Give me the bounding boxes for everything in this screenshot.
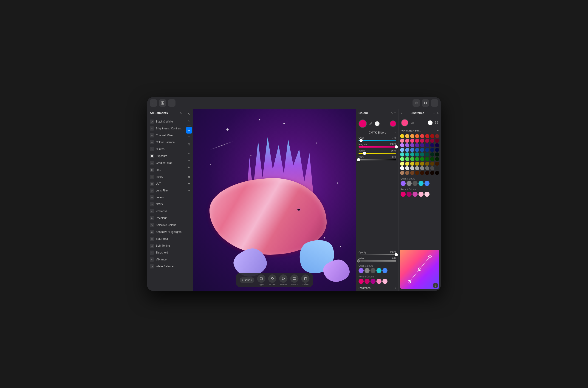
mode-prev-btn[interactable]: ‹ [359, 131, 360, 134]
swatch-cell[interactable] [425, 162, 429, 166]
adj-item-levels[interactable]: ▬ Levels [147, 194, 185, 201]
crop-tool[interactable]: ◎ [186, 141, 192, 147]
swatch-cell[interactable] [420, 162, 424, 166]
swatch-cell[interactable] [410, 148, 414, 152]
swatch-cell[interactable] [400, 157, 404, 161]
swatch-cell[interactable] [430, 171, 434, 175]
swatches-quick-colour-4[interactable] [425, 181, 430, 186]
swatch-cell[interactable] [420, 148, 424, 152]
adj-item-channel-mixer[interactable]: ⊞ Channel Mixer [147, 132, 185, 139]
swatch-cell[interactable] [410, 166, 414, 170]
swatch-cell[interactable] [405, 157, 409, 161]
save-button[interactable] [159, 99, 166, 107]
swatch-cell[interactable] [405, 162, 409, 166]
move-tool[interactable]: ▷ [186, 118, 192, 124]
transform-tool[interactable]: ⌖ [186, 150, 192, 157]
adj-item-black--white[interactable]: ◑ Black & White [147, 118, 185, 125]
view-toggle-3[interactable] [431, 99, 438, 107]
colour-header-edit[interactable]: ✎ [391, 112, 393, 115]
swatch-cell[interactable] [405, 134, 409, 138]
swatch-cell[interactable] [435, 148, 439, 152]
quick-colour-4[interactable] [383, 268, 387, 273]
cmyk-slider-2[interactable] [359, 153, 396, 154]
swatch-cell[interactable] [425, 166, 429, 170]
adj-item-lut[interactable]: ▦ LUT [147, 180, 185, 187]
mode-next-btn[interactable]: › [395, 131, 396, 134]
cut-tool[interactable]: ✂ [186, 157, 192, 164]
swatch-cell[interactable] [415, 162, 419, 166]
recent-colour-0[interactable] [359, 279, 363, 284]
swatch-top-pink[interactable] [401, 119, 408, 126]
rotate-btn[interactable]: Rotate [268, 274, 276, 286]
adj-item-ocio[interactable]: ◇ OCIO [147, 201, 185, 208]
swatch-cell[interactable] [425, 134, 429, 138]
swatch-cell[interactable] [400, 152, 404, 157]
swatch-cell[interactable] [420, 139, 424, 143]
cmyk-thumb-1[interactable] [395, 145, 398, 148]
adj-item-vibrance[interactable]: ✦ Vibrance [147, 256, 185, 263]
swatches-link[interactable]: Swatches › [356, 285, 399, 291]
swatches-recent-colour-4[interactable] [425, 192, 430, 197]
swatch-cell[interactable] [410, 134, 414, 138]
swatch-cell[interactable] [415, 134, 419, 138]
colour-swatch-large[interactable] [390, 121, 396, 127]
adj-item-hsl[interactable]: ◐ HSL [147, 167, 185, 173]
swatch-cell[interactable] [410, 157, 414, 161]
adj-item-invert[interactable]: ⬛ Invert [147, 173, 185, 180]
noise-thumb[interactable] [357, 259, 360, 263]
swatch-cell[interactable] [410, 139, 414, 143]
swatch-cell[interactable] [425, 171, 429, 175]
adj-item-split-toning[interactable]: ◫ Split Toning [147, 242, 185, 249]
type-selector[interactable]: ‹ Solid › [240, 277, 254, 283]
swatch-cell[interactable] [435, 152, 439, 157]
swatches-quick-colour-1[interactable] [407, 181, 412, 186]
opacity-thumb[interactable] [395, 253, 398, 256]
recent-colour-1[interactable] [364, 279, 370, 284]
swatch-cell[interactable] [425, 148, 429, 152]
swatch-cell[interactable] [405, 139, 409, 143]
swatch-cell[interactable] [435, 157, 439, 161]
swatch-cell[interactable] [400, 148, 404, 152]
help-button[interactable]: ? [433, 283, 438, 288]
cmyk-slider-3[interactable] [359, 159, 396, 160]
adj-item-white-balance[interactable]: ◨ White Balance [147, 263, 185, 270]
cmyk-thumb-0[interactable] [360, 139, 363, 142]
swatch-cell[interactable] [405, 148, 409, 152]
swatch-cell[interactable] [430, 166, 434, 170]
cmyk-slider-0[interactable] [359, 140, 396, 141]
swatches-recent-colour-1[interactable] [407, 192, 412, 197]
swatch-cell[interactable] [400, 162, 404, 166]
adj-item-recolour[interactable]: ◉ Recolour [147, 215, 185, 221]
swatch-cell[interactable] [405, 166, 409, 170]
swatch-cell[interactable] [435, 166, 439, 170]
view-toggle-1[interactable] [412, 99, 420, 107]
swatch-cell[interactable] [400, 166, 404, 170]
adj-item-lens-filter[interactable]: ◎ Lens Filter [147, 187, 185, 194]
swatches-quick-colour-2[interactable] [412, 181, 418, 186]
swatch-cell[interactable] [420, 134, 424, 138]
brush-tool[interactable]: ✏ [186, 127, 192, 134]
adj-item-colour-balance[interactable]: ◈ Colour Balance [147, 139, 185, 146]
swatches-edit-btn[interactable]: ✎ [436, 112, 439, 115]
swatch-cell[interactable] [420, 152, 424, 157]
swatch-cell[interactable] [400, 171, 404, 175]
swatch-cell[interactable] [415, 148, 419, 152]
swatch-cell[interactable] [410, 143, 414, 147]
swatch-cell[interactable] [415, 139, 419, 143]
swatch-cell[interactable] [405, 171, 409, 175]
swatch-cell[interactable] [430, 157, 434, 161]
type-tool-btn[interactable]: Type [257, 274, 266, 286]
vector-tool[interactable]: ⬢ [186, 173, 192, 180]
adj-item-curves[interactable]: ∿ Curves [147, 146, 185, 153]
more-button[interactable]: ··· [168, 99, 176, 107]
cmyk-thumb-2[interactable] [363, 152, 366, 155]
opacity-slider[interactable] [359, 254, 396, 255]
swatch-cell[interactable] [410, 152, 414, 157]
type-tool[interactable]: A [186, 164, 192, 170]
swatch-cell[interactable] [425, 139, 429, 143]
swatch-cell[interactable] [425, 157, 429, 161]
clone-tool[interactable]: ✱ [186, 187, 192, 194]
swatch-cell[interactable] [430, 134, 434, 138]
swatches-recent-colour-3[interactable] [418, 192, 424, 197]
cmyk-thumb-3[interactable] [357, 158, 360, 161]
